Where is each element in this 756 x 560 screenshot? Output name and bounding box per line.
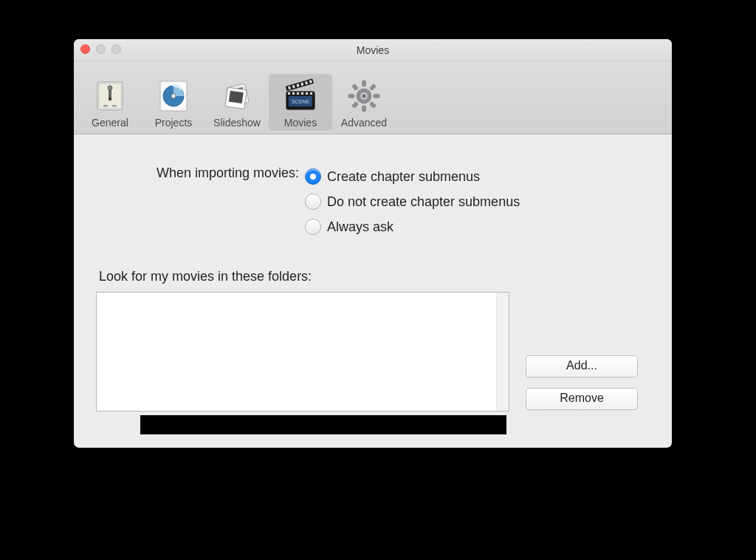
movies-icon: SCENE (283, 78, 318, 114)
general-icon (92, 78, 128, 114)
svg-point-10 (171, 94, 176, 98)
svg-rect-20 (292, 92, 295, 95)
svg-rect-35 (348, 95, 354, 98)
toolbar-label: Movies (284, 117, 317, 129)
radio-no-submenus[interactable]: Do not create chapter submenus (305, 189, 520, 214)
scrollbar[interactable] (496, 293, 509, 411)
titlebar: Movies (74, 39, 672, 61)
svg-rect-23 (306, 92, 308, 95)
svg-rect-19 (288, 92, 290, 95)
window-title: Movies (357, 44, 389, 56)
radio-button-icon (305, 168, 321, 185)
svg-rect-37 (369, 83, 376, 90)
preferences-window: Movies General (74, 39, 672, 448)
folders-row: Add... Remove (96, 292, 650, 412)
toolbar-item-movies[interactable]: SCENE Movies (269, 74, 332, 131)
window-controls (80, 44, 121, 54)
svg-rect-6 (112, 105, 117, 107)
radio-label: Create chapter submenus (327, 169, 480, 185)
svg-point-3 (108, 86, 112, 90)
toolbar-item-slideshow[interactable]: Slideshow (205, 74, 269, 131)
svg-rect-38 (351, 101, 358, 108)
close-window-button[interactable] (80, 44, 90, 54)
radio-label: Do not create chapter submenus (327, 194, 520, 210)
slideshow-icon (219, 78, 255, 114)
add-button[interactable]: Add... (526, 355, 638, 378)
folders-listbox[interactable] (96, 292, 509, 412)
advanced-icon (346, 78, 382, 114)
projects-icon (156, 78, 191, 114)
folder-buttons: Add... Remove (526, 355, 638, 412)
folders-label: Look for my movies in these folders: (99, 269, 650, 284)
radio-always-ask[interactable]: Always ask (305, 214, 520, 239)
svg-rect-36 (374, 95, 379, 98)
toolbar-item-general[interactable]: General (78, 74, 142, 131)
svg-rect-34 (362, 106, 366, 112)
content-pane: When importing movies: Create chapter su… (74, 134, 672, 448)
radio-create-submenus[interactable]: Create chapter submenus (305, 164, 520, 189)
svg-rect-14 (229, 91, 244, 103)
toolbar: General Projects (74, 61, 672, 134)
svg-rect-39 (351, 83, 358, 90)
svg-rect-4 (109, 98, 111, 100)
zoom-window-button[interactable] (111, 44, 121, 54)
svg-rect-33 (362, 81, 366, 86)
svg-rect-22 (301, 92, 303, 95)
minimize-window-button[interactable] (96, 44, 106, 54)
toolbar-item-advanced[interactable]: Advanced (332, 74, 396, 131)
import-label: When importing movies: (96, 164, 299, 181)
svg-rect-40 (369, 101, 376, 108)
toolbar-label: Projects (155, 117, 193, 129)
redacted-area (140, 415, 506, 434)
toolbar-item-projects[interactable]: Projects (142, 74, 205, 131)
toolbar-label: General (92, 117, 128, 129)
remove-button[interactable]: Remove (526, 388, 638, 410)
svg-rect-21 (297, 92, 299, 95)
svg-rect-25 (286, 78, 314, 91)
toolbar-label: Slideshow (213, 117, 261, 129)
toolbar-label: Advanced (341, 117, 387, 129)
svg-point-42 (362, 95, 366, 98)
radio-label: Always ask (327, 219, 394, 235)
svg-text:SCENE: SCENE (292, 99, 309, 104)
import-option-row: When importing movies: Create chapter su… (96, 164, 650, 239)
radio-button-icon (305, 219, 321, 235)
svg-rect-24 (310, 92, 312, 95)
svg-rect-5 (103, 105, 108, 107)
radio-button-icon (305, 194, 321, 210)
import-radio-group: Create chapter submenus Do not create ch… (299, 164, 520, 239)
